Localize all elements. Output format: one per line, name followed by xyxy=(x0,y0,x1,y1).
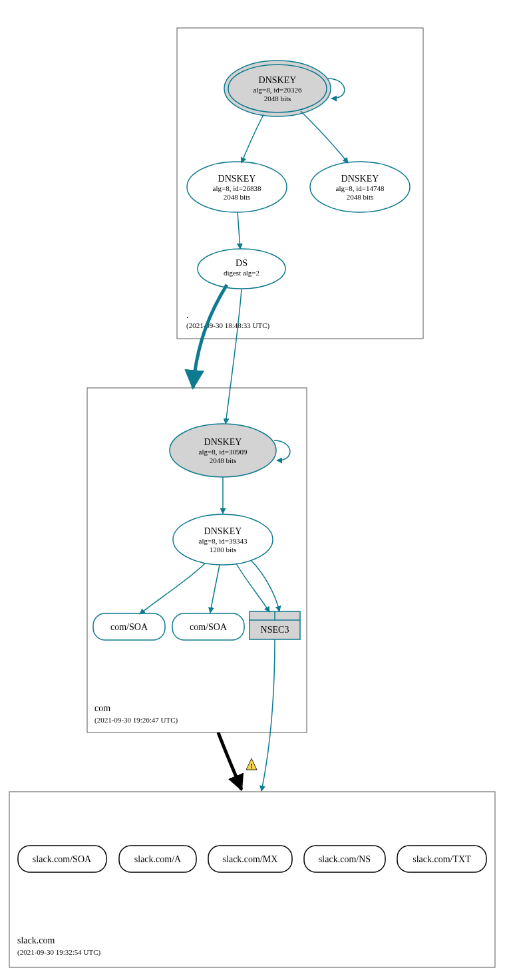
edge-comzsk-soa1 xyxy=(140,564,205,614)
svg-text:1280 bits: 1280 bits xyxy=(210,546,237,554)
zone-box-slack xyxy=(9,792,495,967)
svg-text:alg=8, id=26838: alg=8, id=26838 xyxy=(213,184,261,192)
edge-comzsk-soa2 xyxy=(210,565,220,613)
node-root-ksk: DNSKEY alg=8, id=20326 2048 bits xyxy=(224,61,331,116)
edge-ds-comksk xyxy=(226,289,242,424)
node-slack-mx: slack.com/MX xyxy=(208,846,292,872)
node-slack-a: slack.com/A xyxy=(119,846,196,872)
node-com-soa2: com/SOA xyxy=(172,613,244,640)
node-com-soa1: com/SOA xyxy=(93,613,165,640)
svg-text:2048 bits: 2048 bits xyxy=(210,456,237,464)
svg-text:com/SOA: com/SOA xyxy=(190,622,228,632)
svg-text:DNSKEY: DNSKEY xyxy=(204,526,242,536)
node-slack-txt: slack.com/TXT xyxy=(397,846,486,872)
svg-text:!: ! xyxy=(250,762,252,770)
zone-label-com: com xyxy=(94,703,110,713)
node-slack-ns: slack.com/NS xyxy=(304,846,385,872)
svg-text:DNSKEY: DNSKEY xyxy=(204,437,242,447)
edge-comzsk-nsec3a xyxy=(236,564,269,612)
svg-text:alg=8, id=30909: alg=8, id=30909 xyxy=(199,448,248,456)
svg-text:slack.com/MX: slack.com/MX xyxy=(223,854,278,864)
svg-text:alg=8, id=39343: alg=8, id=39343 xyxy=(199,537,248,545)
edge-comzsk-nsec3b xyxy=(252,561,279,611)
zone-label-slack: slack.com xyxy=(17,935,55,945)
node-com-zsk: DNSKEY alg=8, id=39343 1280 bits xyxy=(173,514,273,565)
svg-text:slack.com/TXT: slack.com/TXT xyxy=(413,854,471,864)
edge-rootksk-zsk1 xyxy=(242,114,263,163)
svg-text:DS: DS xyxy=(236,258,248,268)
edge-zsk1-ds xyxy=(238,212,240,249)
svg-text:alg=8, id=20326: alg=8, id=20326 xyxy=(253,86,302,94)
svg-text:NSEC3: NSEC3 xyxy=(261,625,289,635)
node-slack-soa: slack.com/SOA xyxy=(18,846,106,872)
zone-ts-root: (2021-09-30 18:48:33 UTC) xyxy=(186,321,270,330)
svg-text:2048 bits: 2048 bits xyxy=(347,193,374,201)
svg-text:slack.com/A: slack.com/A xyxy=(134,854,182,864)
svg-text:digest alg=2: digest alg=2 xyxy=(224,269,259,277)
svg-text:DNSKEY: DNSKEY xyxy=(259,75,297,85)
zone-ts-slack: (2021-09-30 19:32:54 UTC) xyxy=(17,948,101,957)
svg-text:2048 bits: 2048 bits xyxy=(264,94,291,102)
svg-text:2048 bits: 2048 bits xyxy=(224,193,251,201)
edge-rootksk-zsk2 xyxy=(301,111,348,163)
node-ds: DS digest alg=2 xyxy=(198,249,285,289)
edge-nsec3-to-slack xyxy=(261,639,275,791)
svg-text:slack.com/NS: slack.com/NS xyxy=(319,854,371,864)
warning-icon: ! xyxy=(246,758,257,770)
edge-root-to-com-zone xyxy=(193,285,227,388)
svg-text:DNSKEY: DNSKEY xyxy=(341,174,379,184)
node-root-zsk1: DNSKEY alg=8, id=26838 2048 bits xyxy=(187,162,287,212)
node-nsec3: NSEC3 xyxy=(250,611,300,639)
zone-label-root: . xyxy=(186,310,189,320)
edge-com-to-slack-zone xyxy=(218,733,242,790)
svg-text:slack.com/SOA: slack.com/SOA xyxy=(33,854,92,864)
svg-text:DNSKEY: DNSKEY xyxy=(218,174,256,184)
node-root-zsk2: DNSKEY alg=8, id=14748 2048 bits xyxy=(310,162,410,212)
node-com-ksk: DNSKEY alg=8, id=30909 2048 bits xyxy=(170,424,276,477)
svg-text:alg=8, id=14748: alg=8, id=14748 xyxy=(336,184,385,192)
svg-text:com/SOA: com/SOA xyxy=(110,622,148,632)
zone-ts-com: (2021-09-30 19:26:47 UTC) xyxy=(94,716,178,725)
